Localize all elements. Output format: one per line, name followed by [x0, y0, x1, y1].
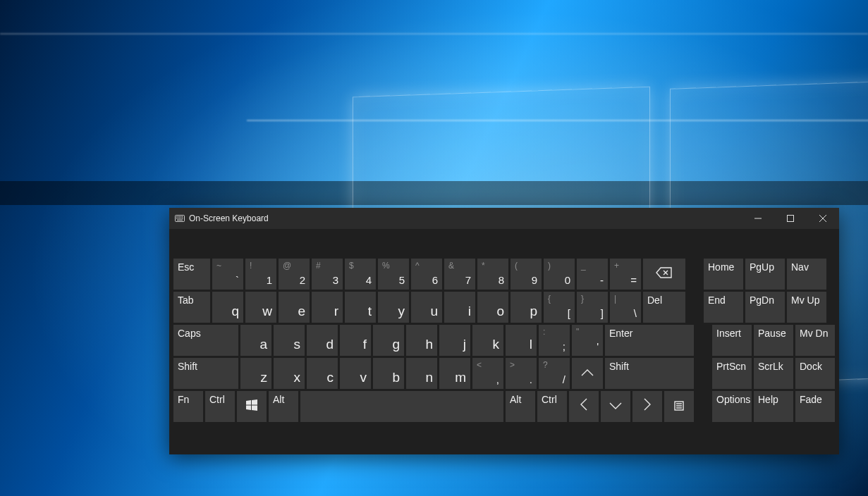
key-shift-right[interactable]: Shift [605, 358, 694, 389]
key-q[interactable]: q [212, 292, 243, 323]
key-t[interactable]: t [345, 292, 376, 323]
key-0[interactable]: )0 [544, 259, 575, 290]
key-w[interactable]: w [245, 292, 276, 323]
key-r[interactable]: r [312, 292, 343, 323]
key-b[interactable]: b [373, 358, 404, 389]
key-6[interactable]: ^6 [411, 259, 442, 290]
key-home[interactable]: Home [704, 259, 743, 290]
key-row-4: Shift zxcvbnm <,>.?/ Shift PrtScn ScrLk … [173, 358, 835, 389]
key-enter[interactable]: Enter [605, 325, 694, 356]
key-'[interactable]: "' [572, 325, 603, 356]
key-esc[interactable]: Esc [173, 259, 210, 290]
key-k[interactable]: k [472, 325, 503, 356]
key-end[interactable]: End [704, 292, 743, 323]
key-shift-left[interactable]: Shift [173, 358, 238, 389]
key-p[interactable]: p [511, 292, 542, 323]
backspace-icon [656, 266, 673, 282]
key-secondary-label: # [316, 261, 321, 271]
key-secondary-label: & [448, 261, 454, 271]
key-][interactable]: }] [577, 292, 608, 323]
key-u[interactable]: u [411, 292, 442, 323]
key-y[interactable]: y [378, 292, 409, 323]
key-nav[interactable]: Nav [787, 259, 826, 290]
key-d[interactable]: d [307, 325, 338, 356]
key-=[interactable]: += [610, 259, 641, 290]
key-2[interactable]: @2 [279, 259, 310, 290]
key-secondary-label: + [614, 261, 619, 271]
key-x[interactable]: x [274, 358, 305, 389]
key--[interactable]: _- [577, 259, 608, 290]
key-n[interactable]: n [406, 358, 437, 389]
key-g[interactable]: g [373, 325, 404, 356]
key-l[interactable]: l [506, 325, 537, 356]
key-alt-left[interactable]: Alt [269, 391, 298, 422]
key-main-label: ; [563, 340, 566, 352]
key-j[interactable]: j [439, 325, 470, 356]
key-4[interactable]: $4 [345, 259, 376, 290]
close-button[interactable] [807, 208, 839, 229]
key-del[interactable]: Del [643, 292, 685, 323]
key-dock[interactable]: Dock [795, 358, 835, 389]
key-main-label: 6 [432, 274, 438, 286]
key-z[interactable]: z [240, 358, 271, 389]
key-8[interactable]: *8 [477, 259, 508, 290]
key-pgdn[interactable]: PgDn [745, 292, 785, 323]
key-c[interactable]: c [307, 358, 338, 389]
key-3[interactable]: #3 [312, 259, 343, 290]
key-fn[interactable]: Fn [173, 391, 203, 422]
key-mvdn[interactable]: Mv Dn [795, 325, 835, 356]
key-7[interactable]: &7 [444, 259, 475, 290]
key-[[interactable]: {[ [544, 292, 575, 323]
minimize-button[interactable] [742, 208, 774, 229]
key-e[interactable]: e [279, 292, 310, 323]
key-arrow-left[interactable] [569, 391, 599, 422]
key-ctrl-left[interactable]: Ctrl [205, 391, 235, 422]
key-i[interactable]: i [444, 292, 475, 323]
key-arrow-down[interactable] [601, 391, 630, 422]
key-scrlk[interactable]: ScrLk [754, 358, 793, 389]
titlebar[interactable]: On-Screen Keyboard [169, 208, 839, 229]
chevron-up-icon [580, 366, 595, 381]
key-/[interactable]: ?/ [539, 358, 570, 389]
key-help[interactable]: Help [754, 391, 793, 422]
key-arrow-up[interactable] [572, 358, 603, 389]
key-tab[interactable]: Tab [173, 292, 210, 323]
key-arrow-right[interactable] [632, 391, 662, 422]
key-h[interactable]: h [406, 325, 437, 356]
key-s[interactable]: s [274, 325, 305, 356]
key-space[interactable] [300, 391, 503, 422]
key-win[interactable] [237, 391, 267, 422]
key-options[interactable]: Options [712, 391, 752, 422]
windows-icon [246, 399, 257, 414]
key-,[interactable]: <, [472, 358, 503, 389]
key-main-label: = [630, 274, 637, 286]
maximize-button[interactable] [774, 208, 807, 229]
key-row-5: Fn Ctrl Alt Alt Ctrl Options Help [173, 391, 835, 422]
key-m[interactable]: m [439, 358, 470, 389]
key-\[interactable]: |\ [610, 292, 641, 323]
key-`[interactable]: ~` [212, 259, 243, 290]
key-alt-right[interactable]: Alt [506, 391, 535, 422]
key-f[interactable]: f [340, 325, 371, 356]
key-caps[interactable]: Caps [173, 325, 238, 356]
key-.[interactable]: >. [506, 358, 537, 389]
key-9[interactable]: (9 [511, 259, 542, 290]
key-secondary-label: _ [581, 261, 586, 271]
key-fade[interactable]: Fade [795, 391, 835, 422]
key-secondary-label: ! [250, 261, 252, 271]
key-menu[interactable] [664, 391, 694, 422]
key-ctrl-right[interactable]: Ctrl [537, 391, 567, 422]
key-backspace[interactable] [643, 259, 685, 290]
key-prtscn[interactable]: PrtScn [712, 358, 752, 389]
key-mvup[interactable]: Mv Up [787, 292, 826, 323]
key-5[interactable]: %5 [378, 259, 409, 290]
key-v[interactable]: v [340, 358, 371, 389]
key-o[interactable]: o [477, 292, 508, 323]
key-secondary-label: % [382, 261, 390, 271]
key-pgup[interactable]: PgUp [745, 259, 785, 290]
key-insert[interactable]: Insert [712, 325, 752, 356]
key-pause[interactable]: Pause [754, 325, 793, 356]
key-;[interactable]: :; [539, 325, 570, 356]
key-1[interactable]: !1 [245, 259, 276, 290]
key-a[interactable]: a [240, 325, 271, 356]
